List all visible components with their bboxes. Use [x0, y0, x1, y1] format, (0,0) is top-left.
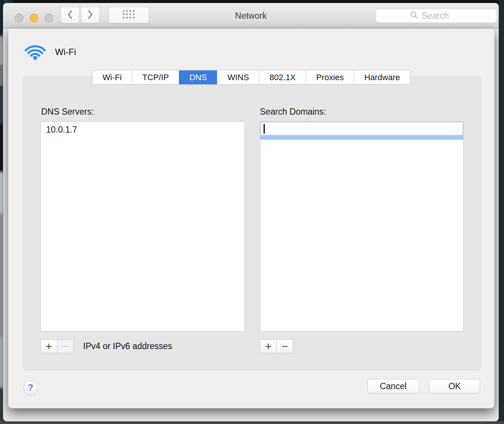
tab-dns[interactable]: DNS: [179, 70, 217, 84]
selected-row-highlight: [260, 136, 463, 140]
dns-servers-label: DNS Servers:: [41, 107, 94, 117]
back-button[interactable]: [61, 7, 79, 23]
tab-hardware[interactable]: Hardware: [354, 70, 410, 84]
add-dns-server-button[interactable]: +: [40, 339, 57, 353]
grid-icon: [122, 10, 135, 21]
search-icon: [410, 10, 419, 21]
search-input[interactable]: [422, 11, 463, 21]
help-button[interactable]: ?: [24, 381, 37, 395]
desktop-background-right: [499, 0, 504, 424]
dns-server-row[interactable]: 10.0.1.7: [41, 122, 245, 136]
tab-tcp-ip[interactable]: TCP/IP: [132, 70, 179, 84]
remove-dns-server-button[interactable]: −: [57, 339, 74, 353]
chevron-left-icon: [66, 9, 74, 22]
dns-server-list[interactable]: 10.0.1.7: [40, 121, 245, 331]
search-domains-label: Search Domains:: [260, 107, 326, 117]
chevron-right-icon: [86, 9, 94, 22]
dns-settings-sheet: Wi-Fi Wi-FiTCP/IPDNSWINS802.1XProxiesHar…: [8, 28, 494, 408]
title-bar: Network: [3, 3, 499, 28]
remove-search-domain-button[interactable]: −: [276, 339, 293, 353]
tab-wi-fi[interactable]: Wi-Fi: [92, 70, 132, 84]
cancel-button[interactable]: Cancel: [367, 379, 419, 393]
tab-proxies[interactable]: Proxies: [306, 70, 354, 84]
show-all-button[interactable]: [109, 7, 149, 23]
search-domain-list[interactable]: [260, 121, 464, 331]
toolbar-search-field[interactable]: [376, 9, 497, 23]
search-domain-stepper: + −: [260, 339, 293, 353]
ok-button[interactable]: OK: [429, 379, 480, 393]
add-search-domain-button[interactable]: +: [260, 339, 277, 353]
tab-bar: Wi-FiTCP/IPDNSWINS802.1XProxiesHardware: [92, 70, 411, 85]
network-preferences-window: Network: [3, 3, 499, 421]
tab-802-1x[interactable]: 802.1X: [259, 70, 306, 84]
service-name: Wi-Fi: [55, 47, 76, 57]
dns-stepper: + −: [40, 339, 74, 353]
forward-button[interactable]: [81, 7, 99, 23]
wifi-icon: [24, 42, 46, 63]
search-domain-edit-field[interactable]: [260, 122, 463, 136]
tab-wins[interactable]: WINS: [217, 70, 259, 84]
dns-address-hint: IPv4 or IPv6 addresses: [83, 339, 172, 353]
service-row: Wi-Fi: [24, 42, 76, 63]
desktop-background-bottom: [0, 421, 504, 424]
text-caret: [264, 124, 265, 134]
